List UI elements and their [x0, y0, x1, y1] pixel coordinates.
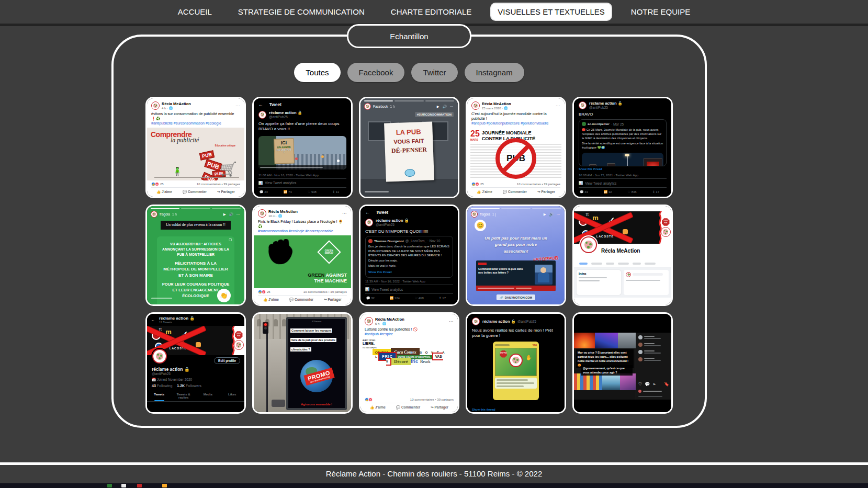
fb-author-name: Récla MeAction — [375, 317, 404, 322]
hashtag-sticker: #SURCONSOMMATION — [415, 112, 454, 117]
fb-post-meta: 4 h · 🌐 — [162, 106, 191, 110]
quoted-author-row: ac.montpellier· Mar 25 — [582, 122, 663, 128]
gallery-card-12[interactable]: JCDecauxComment laisser les marquesfaire… — [252, 312, 353, 414]
mascot-avatar — [472, 317, 480, 325]
tweet-stat-4: ↥ 17 — [652, 190, 659, 194]
gallery-card-11[interactable]: ←réclame action 🔒11 Tweetsm✓❬❭LACOSTEπST… — [145, 312, 246, 414]
gallery-card-2[interactable]: ←Tweetréclame action 🔒@antiPub25On appel… — [252, 97, 353, 198]
gallery-card-6[interactable]: fragola1 h▶ 🔊 ⋯Un soldat de plus revenu … — [145, 205, 246, 306]
fb-actions-row: 👍 J'aime💬 Commenter↪ Partager — [258, 295, 347, 304]
nav-item-accueil[interactable]: ACCUEIL — [172, 4, 218, 20]
fb-post-text: Finis le Black Friday ! Laissez place a … — [254, 219, 351, 229]
gallery-card-15[interactable]: Mur ou crise ? Et pourtant elles sont pa… — [572, 312, 673, 414]
text-skeleton — [497, 379, 528, 381]
tweet-stat-1: 💬 32 — [366, 296, 375, 300]
nav-item-visuelles[interactable]: VISUELLES ET TEXTUELLES — [491, 4, 611, 20]
fb-author-block: Récla MeAction4 h · 🌐 — [162, 101, 191, 110]
cart-icon: 🛒 — [220, 161, 237, 177]
fb-post-hashtags: #antipub #respire — [360, 332, 458, 338]
times-square-photo — [595, 333, 618, 348]
card-hp: 500 — [533, 344, 537, 347]
fb-tab-skeleton — [618, 263, 629, 265]
mascot-avatar — [661, 227, 671, 237]
echantillon-panel: Echantillon ToutesFacebookTwitterInstagn… — [111, 35, 707, 428]
filter-instagnam[interactable]: Instagnam — [465, 63, 524, 82]
billboard-headline: Comment laisser les marquesfaire de la p… — [288, 323, 345, 353]
live-tag — [478, 263, 487, 265]
story-progress-bar — [364, 100, 454, 101]
poster-subtitle: Éducation critique — [151, 144, 235, 147]
gallery-card-10[interactable]: m✓❬❭LACOSTEπSTOP PUBRécla MeActionIntro — [572, 205, 673, 306]
tweet-analytics-row: 📊View Tweet analytics — [258, 179, 346, 187]
protest-sign: ICIUN ARBREOU UNE PUB ? — [274, 138, 295, 164]
tweet-header-title: Tweet — [376, 210, 388, 215]
gallery-card-13[interactable]: Récla MeAction5 h · 🌐⋯Luttons contre les… — [359, 312, 459, 414]
profile-identity-row: Récla MeAction — [574, 244, 671, 259]
nav-item-charte[interactable]: CHARTE EDITORIALE — [385, 4, 478, 20]
text-skeleton — [643, 391, 662, 392]
brain-doodle — [404, 169, 415, 177]
nav-item-equipe[interactable]: NOTRE EQUIPE — [625, 4, 696, 20]
bottom-strip — [0, 483, 868, 488]
footer-separator — [0, 462, 868, 465]
story-line-2: FÉLICITATIONS À LA MÉTROPOLE DE MONTPELL… — [161, 260, 230, 279]
filter-toutes[interactable]: Toutes — [294, 63, 340, 82]
tweet-author-row: réclame action 🔒@antiPub25 — [472, 316, 560, 326]
analytics-icon: 📊 — [579, 181, 583, 185]
news-anchor — [535, 265, 553, 285]
gallery-card-4[interactable]: Récla MeAction25 mars 2020 · 🌐⋯C'est auj… — [466, 97, 566, 198]
gallery-card-3[interactable]: Facebook1 h▶ 🔊 ⋯#SURCONSOMMATIONLA PUBVO… — [359, 97, 459, 198]
mascot-dot — [628, 275, 629, 276]
nav-item-strategie[interactable]: STRATEGIE DE COMMUNICATION — [232, 4, 371, 20]
tweet-author-inline: réclame action 🔒@antiPub25 — [482, 319, 536, 324]
clap-icon: 👏 — [220, 291, 229, 300]
back-arrow-icon: ← — [258, 102, 263, 107]
antipub-trading-card: 500STOP PUB✋ — [493, 342, 539, 400]
text-skeleton — [644, 360, 661, 361]
earth-graphic: PROMOTOUT DOIT DISPARAÎTRE — [300, 360, 333, 392]
gallery-card-5[interactable]: réclame action 🔒@antiPub25BRAVOac.montpe… — [572, 97, 673, 198]
tweet-author-row: réclame action 🔒@antiPub25 — [579, 100, 667, 110]
tweet-text: On appelle ça faire d'une pierre deux co… — [258, 120, 346, 134]
profile-tabs: TweetsTweets & repliesMediaLikes — [147, 391, 244, 402]
quoted-text-2: Dire la vérité scientifique est une exig… — [582, 141, 663, 151]
gallery-card-7[interactable]: Récla MeAction10 m · 🌐⋯Finis le Black Fr… — [252, 205, 353, 306]
cover-mcdonalds-logo: m — [592, 214, 599, 222]
mascot-dot — [665, 233, 667, 234]
gallery-card-14[interactable]: réclame action 🔒@antiPub25Nous avons réa… — [466, 312, 566, 414]
fb-action-3: ↪ Partager — [431, 405, 448, 410]
analytics-icon: 📊 — [365, 287, 369, 291]
fire-photo — [574, 333, 595, 348]
libre-line2: LIBRE. — [363, 342, 456, 345]
tweet-stats-row: 💬 43🔁 32♡ 836↥ 17 — [579, 188, 667, 197]
facade-arch — [274, 319, 278, 326]
mascot-avatar — [151, 211, 157, 218]
fb-stats-row: 👍♥2510 commentaires • 39 partages — [147, 180, 244, 187]
fb-post-hashtags: #surconssomation #ecologie #ecoresponsab… — [254, 229, 351, 235]
fb-post-hashtags: #antipub #pollutionpublicitaire #polluti… — [467, 121, 565, 128]
story-account-name: fragola — [160, 212, 170, 216]
gallery-card-8[interactable]: ←Tweetréclame action 🔒@antiPub25C'EST DU… — [359, 205, 459, 306]
screenshot-content: fragola1 j▶ 🔊 ⋯😊Un petit pas pour l'Etat… — [467, 206, 565, 304]
filter-facebook[interactable]: Facebook — [347, 63, 405, 82]
tweet-author-row: réclame action 🔒@antiPub25 — [365, 217, 453, 228]
story-account-name: fragola — [480, 212, 490, 216]
crowd-dot — [321, 155, 324, 158]
parked-bike — [272, 400, 285, 407]
fb-actions-row: 👍 J'aime💬 Commenter↪ Partager — [151, 187, 240, 197]
fb-reaction-count: 25 — [160, 183, 164, 186]
caption-machine: THE MACHINE — [308, 278, 347, 284]
filter-twitter[interactable]: Twitter — [411, 63, 457, 82]
tweet-author-handle: @antiPub25 — [589, 106, 623, 109]
profile-tweet-count: 11 Tweets — [159, 321, 195, 324]
fb-action-3: ↪ Partager — [217, 190, 235, 194]
screenshot-content: Mur ou crise ? Et pourtant elles sont pa… — [574, 314, 671, 412]
insta-photo-collage: Mur ou crise ? Et pourtant elles sont pa… — [574, 333, 636, 400]
analytics-label: View Tweet analytics — [265, 181, 296, 185]
poster-month: MARS — [470, 138, 480, 141]
tweet-stat-3: ♡ 468 — [415, 296, 424, 300]
fb-action-2: 💬 Commenter — [396, 405, 420, 410]
gallery-card-1[interactable]: Récla MeAction4 h · 🌐⋯évitons la sur con… — [145, 97, 246, 198]
mascot-dot — [159, 357, 161, 359]
gallery-card-9[interactable]: fragola1 j▶ 🔊 ⋯😊Un petit pas pour l'Etat… — [466, 205, 566, 306]
